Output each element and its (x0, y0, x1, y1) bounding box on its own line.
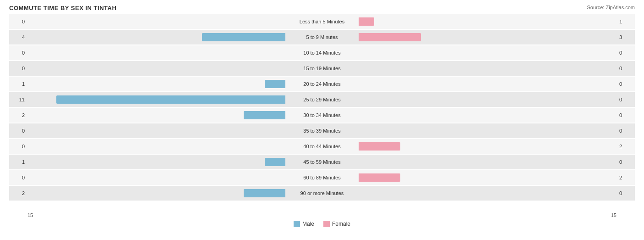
male-side (27, 32, 285, 42)
male-side (27, 63, 285, 73)
female-bar (359, 173, 400, 182)
chart-row: 0 35 to 39 Minutes 0 (9, 123, 635, 138)
male-side (27, 110, 285, 120)
legend-male-label: Male (302, 221, 314, 227)
chart-row: 0 10 to 14 Minutes 0 (9, 45, 635, 60)
female-value: 0 (617, 50, 635, 56)
female-value: 3 (617, 34, 635, 40)
male-side (27, 141, 285, 151)
axis-right: 15 (611, 212, 617, 218)
bars-wrapper: 45 to 59 Minutes (27, 155, 617, 169)
female-value: 1 (617, 19, 635, 24)
male-value: 4 (9, 34, 27, 40)
bars-wrapper: 60 to 89 Minutes (27, 170, 617, 185)
female-bar (359, 33, 421, 41)
male-bar (244, 189, 285, 197)
female-side (359, 48, 617, 58)
chart-row: 1 20 to 24 Minutes 0 (9, 77, 635, 91)
male-side (27, 48, 285, 58)
bars-wrapper: 5 to 9 Minutes (27, 30, 617, 45)
bars-wrapper: Less than 5 Minutes (27, 14, 617, 29)
female-bar (359, 17, 374, 26)
row-label: 15 to 19 Minutes (285, 66, 359, 71)
row-label: 90 or more Minutes (285, 190, 359, 196)
female-value: 2 (617, 175, 635, 180)
female-bar (359, 142, 400, 151)
chart-row: 0 40 to 44 Minutes 2 (9, 139, 635, 154)
female-side (359, 32, 617, 42)
male-value: 11 (9, 97, 27, 102)
row-label: 10 to 14 Minutes (285, 50, 359, 56)
female-side (359, 173, 617, 183)
male-value: 0 (9, 128, 27, 134)
legend-female-box (323, 221, 330, 227)
chart-row: 1 45 to 59 Minutes 0 (9, 155, 635, 169)
male-value: 0 (9, 175, 27, 180)
chart-row: 2 90 or more Minutes 0 (9, 186, 635, 201)
bars-wrapper: 15 to 19 Minutes (27, 61, 617, 76)
bars-wrapper: 10 to 14 Minutes (27, 45, 617, 60)
chart-row: 0 15 to 19 Minutes 0 (9, 61, 635, 76)
male-bar (56, 95, 285, 104)
male-side (27, 79, 285, 89)
male-value: 0 (9, 19, 27, 24)
female-side (359, 141, 617, 151)
male-value: 1 (9, 81, 27, 87)
male-side (27, 126, 285, 136)
female-side (359, 17, 617, 27)
row-label: 40 to 44 Minutes (285, 144, 359, 149)
female-side (359, 126, 617, 136)
chart-area: 0 Less than 5 Minutes 1 4 5 to 9 Minutes… (9, 14, 635, 212)
axis-left: 15 (27, 212, 33, 218)
male-value: 2 (9, 112, 27, 118)
legend-male-box (294, 221, 300, 227)
female-value: 0 (617, 190, 635, 196)
female-value: 0 (617, 97, 635, 102)
female-side (359, 63, 617, 73)
bars-wrapper: 30 to 34 Minutes (27, 108, 617, 123)
female-side (359, 79, 617, 89)
row-label: 20 to 24 Minutes (285, 81, 359, 87)
male-value: 1 (9, 159, 27, 165)
axis-labels: 15 15 (9, 212, 635, 218)
female-side (359, 157, 617, 167)
male-value: 0 (9, 66, 27, 71)
row-label: 60 to 89 Minutes (285, 175, 359, 180)
male-side (27, 188, 285, 198)
male-side (27, 95, 285, 105)
female-value: 0 (617, 112, 635, 118)
male-side (27, 17, 285, 27)
female-side (359, 188, 617, 198)
bars-wrapper: 40 to 44 Minutes (27, 139, 617, 154)
legend-female-label: Female (332, 221, 350, 227)
male-value: 0 (9, 144, 27, 149)
bars-wrapper: 20 to 24 Minutes (27, 77, 617, 91)
chart-container: COMMUTE TIME BY SEX IN TINTAH Source: Zi… (0, 0, 644, 240)
male-value: 2 (9, 190, 27, 196)
female-side (359, 110, 617, 120)
male-side (27, 157, 285, 167)
row-label: 35 to 39 Minutes (285, 128, 359, 134)
chart-row: 11 25 to 29 Minutes 0 (9, 92, 635, 107)
source-label: Source: ZipAtlas.com (587, 5, 635, 10)
male-bar (265, 80, 285, 88)
chart-row: 2 30 to 34 Minutes 0 (9, 108, 635, 123)
female-value: 2 (617, 144, 635, 149)
female-value: 0 (617, 128, 635, 134)
male-bar (265, 158, 285, 166)
row-label: 5 to 9 Minutes (285, 34, 359, 40)
chart-title: COMMUTE TIME BY SEX IN TINTAH (9, 5, 635, 11)
female-side (359, 95, 617, 105)
row-label: 30 to 34 Minutes (285, 112, 359, 118)
male-side (27, 173, 285, 183)
female-value: 0 (617, 159, 635, 165)
chart-row: 0 Less than 5 Minutes 1 (9, 14, 635, 29)
row-label: Less than 5 Minutes (285, 19, 359, 24)
row-label: 25 to 29 Minutes (285, 97, 359, 102)
legend-female: Female (323, 221, 350, 227)
male-bar (202, 33, 285, 41)
bars-wrapper: 90 or more Minutes (27, 186, 617, 201)
female-value: 0 (617, 81, 635, 87)
bars-wrapper: 35 to 39 Minutes (27, 123, 617, 138)
legend: Male Female (9, 221, 635, 227)
